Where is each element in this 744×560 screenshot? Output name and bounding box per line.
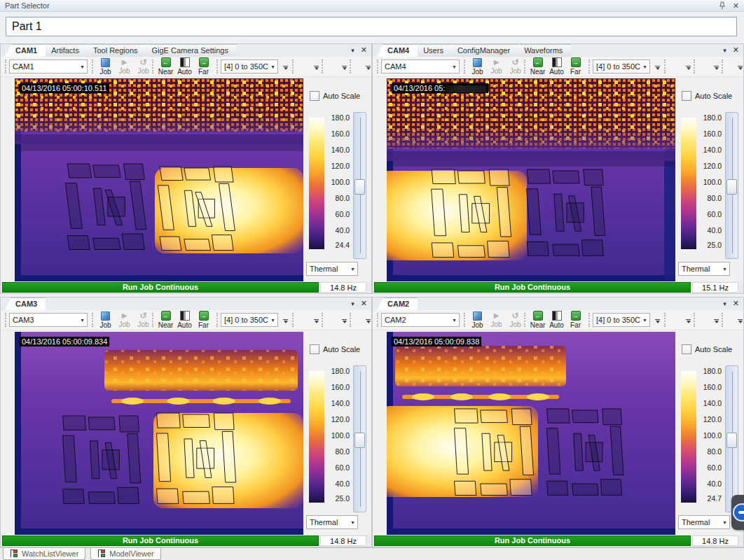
scale-slider[interactable] xyxy=(353,112,366,259)
toolbar-grip[interactable] xyxy=(5,59,8,74)
tab-cam2[interactable]: CAM2 xyxy=(377,298,418,310)
slider-thumb[interactable] xyxy=(354,179,365,195)
toolbar-grip[interactable] xyxy=(722,313,724,327)
palette-combo[interactable]: Thermal ▾ xyxy=(678,515,730,529)
thermal-image[interactable]: 04/13/2016 05:00:09.838 xyxy=(387,332,675,535)
far-button[interactable]: → Far xyxy=(194,311,213,329)
slider-thumb[interactable] xyxy=(354,433,365,448)
toolbar-grip[interactable] xyxy=(92,59,95,74)
dropdown-arrow-icon[interactable]: ▾ xyxy=(348,519,357,526)
dropdown-arrow-icon[interactable]: ▾ xyxy=(640,64,649,70)
toolbar-overflow-button[interactable] xyxy=(653,319,662,328)
checkbox-icon[interactable] xyxy=(310,344,319,354)
toolbar-grip[interactable] xyxy=(664,59,667,74)
dropdown-arrow-icon[interactable]: ▾ xyxy=(450,64,459,70)
range-combo[interactable]: [4] 0 to 350C ▾ xyxy=(221,313,278,327)
tab-watchlistviewer[interactable]: WatchListViewer xyxy=(3,548,85,560)
auto-focus-button[interactable]: Auto xyxy=(547,57,566,76)
toolbar-overflow-button[interactable] xyxy=(736,319,744,328)
toolbar-grip[interactable] xyxy=(322,59,324,74)
toolbar-overflow-button[interactable] xyxy=(340,66,349,75)
run-job-repeat-button[interactable]: ↺ Job xyxy=(506,57,525,76)
scale-slider[interactable] xyxy=(353,365,366,512)
toolbar-grip[interactable] xyxy=(464,313,467,327)
dropdown-arrow-icon[interactable]: ▾ xyxy=(78,317,87,323)
camera-combo[interactable]: CAM3 ▾ xyxy=(9,313,88,327)
toolbar-grip[interactable] xyxy=(694,313,696,327)
run-job-button[interactable]: Job xyxy=(96,311,115,329)
run-job-button[interactable]: Job xyxy=(96,57,115,76)
toolbar-grip[interactable] xyxy=(377,59,380,74)
run-job-repeat-button[interactable]: ↺ Job xyxy=(134,57,153,76)
toolbar-overflow-button[interactable] xyxy=(312,319,321,328)
auto-focus-button[interactable]: Auto xyxy=(175,311,194,329)
dropdown-arrow-icon[interactable]: ▾ xyxy=(450,317,459,323)
toolbar-overflow-button[interactable] xyxy=(712,66,721,75)
toolbar-overflow-button[interactable] xyxy=(684,66,693,75)
auto-focus-button[interactable]: Auto xyxy=(175,57,194,76)
run-job-play-button[interactable]: ▶ Job xyxy=(115,311,134,329)
tab-cam3[interactable]: CAM3 xyxy=(5,298,46,310)
tab-list-icon[interactable]: ▾ xyxy=(351,47,354,54)
close-panel-icon[interactable]: ✕ xyxy=(361,46,367,55)
toolbar-grip[interactable] xyxy=(464,59,467,74)
toolbar-overflow-button[interactable] xyxy=(281,66,290,75)
toolbar-grip[interactable] xyxy=(588,313,591,327)
thermal-image[interactable]: 04/13/2016 05: xyxy=(387,78,675,281)
thermal-image[interactable]: 04/13/2016 05:00:09.834 xyxy=(15,332,303,535)
tab-cam4[interactable]: CAM4 xyxy=(377,44,418,57)
dropdown-arrow-icon[interactable]: ▾ xyxy=(720,266,729,272)
run-job-repeat-button[interactable]: ↺ Job xyxy=(506,311,525,329)
auto-focus-button[interactable]: Auto xyxy=(547,311,566,329)
palette-combo[interactable]: Thermal ▾ xyxy=(306,262,358,276)
toolbar-grip[interactable] xyxy=(524,59,527,74)
run-job-play-button[interactable]: ▶ Job xyxy=(115,57,134,76)
toolbar-grip[interactable] xyxy=(92,313,95,327)
slider-thumb[interactable] xyxy=(726,179,737,195)
near-button[interactable]: ← Near xyxy=(528,311,547,329)
toolbar-overflow-button[interactable] xyxy=(653,66,662,75)
auto-scale-checkbox[interactable]: Auto Scale xyxy=(682,91,732,101)
toolbar-overflow-button[interactable] xyxy=(684,319,693,328)
palette-combo[interactable]: Thermal ▾ xyxy=(306,515,358,529)
tab-users[interactable]: Users xyxy=(413,44,452,57)
far-button[interactable]: → Far xyxy=(194,57,213,76)
thermal-image[interactable]: 04/13/2016 05:00:10.511 xyxy=(15,78,303,281)
range-combo[interactable]: [4] 0 to 350C ▾ xyxy=(221,59,278,74)
toolbar-grip[interactable] xyxy=(350,313,352,327)
tab-list-icon[interactable]: ▾ xyxy=(723,300,726,307)
palette-combo[interactable]: Thermal ▾ xyxy=(678,262,730,276)
close-icon[interactable]: ✕ xyxy=(733,1,739,10)
toolbar-grip[interactable] xyxy=(322,313,324,327)
run-job-repeat-button[interactable]: ↺ Job xyxy=(134,311,153,329)
slider-thumb[interactable] xyxy=(726,433,737,448)
close-panel-icon[interactable]: ✕ xyxy=(733,46,739,55)
camera-combo[interactable]: CAM4 ▾ xyxy=(381,59,460,74)
scale-slider[interactable] xyxy=(725,365,738,512)
tab-gige-camera-settings[interactable]: GigE Camera Settings xyxy=(142,44,237,57)
tab-cam1[interactable]: CAM1 xyxy=(5,44,46,57)
dropdown-arrow-icon[interactable]: ▾ xyxy=(720,519,729,526)
range-combo[interactable]: [4] 0 to 350C ▾ xyxy=(593,59,650,74)
run-job-play-button[interactable]: ▶ Job xyxy=(487,57,506,76)
checkbox-icon[interactable] xyxy=(682,344,691,354)
auto-scale-checkbox[interactable]: Auto Scale xyxy=(310,91,360,101)
close-panel-icon[interactable]: ✕ xyxy=(733,299,739,308)
tab-tool-regions[interactable]: Tool Regions xyxy=(83,44,146,57)
toolbar-overflow-button[interactable] xyxy=(736,66,744,75)
scale-slider[interactable] xyxy=(725,112,738,259)
checkbox-icon[interactable] xyxy=(682,91,691,101)
toolbar-grip[interactable] xyxy=(664,313,667,327)
toolbar-overflow-button[interactable] xyxy=(281,319,290,328)
teamviewer-icon[interactable] xyxy=(731,495,744,530)
toolbar-grip[interactable] xyxy=(722,59,724,74)
toolbar-grip[interactable] xyxy=(350,59,352,74)
toolbar-grip[interactable] xyxy=(588,59,591,74)
auto-scale-checkbox[interactable]: Auto Scale xyxy=(310,344,360,354)
far-button[interactable]: → Far xyxy=(566,311,585,329)
toolbar-grip[interactable] xyxy=(152,313,155,327)
toolbar-grip[interactable] xyxy=(5,313,8,327)
near-button[interactable]: ← Near xyxy=(528,57,547,76)
run-job-play-button[interactable]: ▶ Job xyxy=(487,311,506,329)
run-job-button[interactable]: Job xyxy=(468,57,487,76)
